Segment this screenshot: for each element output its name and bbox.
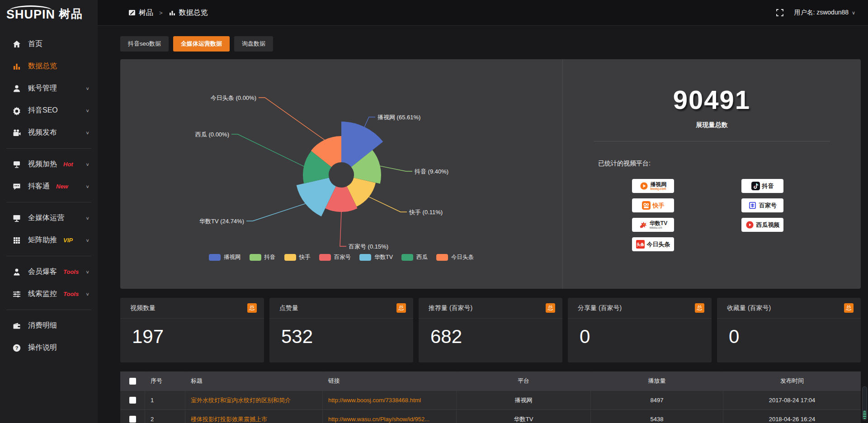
sidebar-item-label: 消费明细: [28, 321, 57, 330]
legend-item-播视网[interactable]: 播视网: [209, 254, 241, 261]
platform-subtext: boosj.com: [651, 187, 666, 190]
cell-time: 2017-08-24 17:04: [723, 390, 861, 409]
sidebar-item-会员爆客[interactable]: 会员爆客Tools∨: [0, 261, 98, 283]
platform-name: 华数TV: [650, 221, 667, 226]
sidebar-item-全媒体运营[interactable]: 全媒体运营∨: [0, 207, 98, 229]
breadcrumb-label: 数据总览: [179, 8, 208, 18]
stat-card-推荐量 (百家号): 推荐量 (百家号)总682: [419, 298, 562, 362]
svg-text:头条: 头条: [636, 242, 644, 247]
sidebar-item-账号管理[interactable]: 账号管理∨: [0, 77, 98, 99]
stat-card-点赞量: 点赞量总532: [269, 298, 413, 362]
sidebar-item-首页[interactable]: 首页: [0, 33, 98, 55]
stat-card-title: 分享量 (百家号): [578, 304, 622, 312]
username-menu[interactable]: 用户名: zswodun88 ∨: [794, 9, 855, 17]
legend-item-华数TV[interactable]: 华数TV: [359, 254, 393, 261]
sidebar-item-消费明细[interactable]: 消费明细: [0, 315, 98, 337]
legend-item-快手[interactable]: 快手: [284, 254, 311, 261]
pie-label-line: [340, 212, 346, 246]
platform-badge-今日头条: 头条今日头条: [632, 237, 674, 251]
column-header-标题: 标题: [185, 371, 323, 390]
data-tabs: 抖音seo数据全媒体运营数据询盘数据: [120, 36, 861, 52]
legend-swatch: [250, 254, 261, 261]
column-header-发布时间: 发布时间: [723, 371, 861, 390]
sidebar-item-线索监控[interactable]: 线索监控Tools∨: [0, 283, 98, 305]
stat-cards-row: 视频数量总197点赞量总532推荐量 (百家号)总682分享量 (百家号)总0收…: [120, 298, 861, 362]
chat-icon: [12, 182, 21, 191]
sidebar-item-视频加热[interactable]: 视频加热Hot∨: [0, 153, 98, 175]
chart-legend: 播视网抖音快手百家号华数TV西瓜今日头条: [120, 254, 562, 261]
cell-text: 2018-04-26 16:24: [769, 416, 816, 423]
legend-item-今日头条[interactable]: 今日头条: [436, 254, 474, 261]
stat-card-value: 197: [132, 326, 264, 348]
legend-label: 百家号: [334, 254, 351, 261]
home-icon: [12, 40, 21, 49]
sidebar-item-label: 操作说明: [28, 343, 57, 352]
sidebar: SHUPIN 树品 首页数据总览账号管理∨抖音SEO∨视频发布∨视频加热Hot∨…: [0, 0, 98, 423]
select-all-checkbox[interactable]: [129, 378, 136, 385]
summary-divider: [594, 141, 830, 141]
sidebar-item-label: 线索监控: [28, 289, 57, 299]
sidebar-menu: 首页数据总览账号管理∨抖音SEO∨视频发布∨视频加热Hot∨抖客通New∨全媒体…: [0, 26, 98, 359]
platform-badge-播视网: 播视网boosj.com: [632, 179, 674, 193]
legend-swatch: [284, 254, 296, 261]
wasu-logo-icon: [639, 221, 647, 229]
platform-badge-华数TV: 华数TVwasu.cn: [632, 218, 674, 232]
video-title-link[interactable]: 楼体投影灯投影效果震撼上市: [191, 415, 267, 423]
logo-arc-decoration: [9, 5, 52, 11]
sidebar-item-视频发布[interactable]: 视频发布∨: [0, 122, 98, 144]
cell-no: 2: [145, 409, 185, 423]
platform-name: 播视网: [651, 182, 667, 188]
sidebar-item-操作说明[interactable]: ?操作说明: [0, 337, 98, 359]
breadcrumb-item[interactable]: 树品: [128, 8, 153, 18]
pie-label-line: [231, 134, 304, 166]
cell-text: 5438: [651, 416, 664, 423]
legend-item-西瓜[interactable]: 西瓜: [401, 254, 428, 261]
breadcrumb: 树品>数据总览: [128, 8, 208, 18]
table-row: 2楼体投影灯投影效果震撼上市http://www.wasu.cn/Play/sh…: [120, 409, 861, 423]
tab-抖音seo数据[interactable]: 抖音seo数据: [120, 36, 169, 52]
sidebar-item-数据总览[interactable]: 数据总览: [0, 55, 98, 77]
tab-全媒体运营数据[interactable]: 全媒体运营数据: [173, 36, 230, 52]
cell-text: 播视网: [515, 396, 533, 404]
sidebar-item-矩阵助推[interactable]: 矩阵助推VIP∨: [0, 229, 98, 251]
cell-text: 2017-08-24 17:04: [769, 397, 816, 404]
video-link[interactable]: http://www.wasu.cn/Play/show/id/952...: [328, 416, 429, 423]
sidebar-item-抖客通[interactable]: 抖客通New∨: [0, 175, 98, 197]
legend-item-百家号[interactable]: 百家号: [319, 254, 351, 261]
cell-link: http://www.wasu.cn/Play/show/id/952...: [323, 409, 457, 423]
topbar: 树品>数据总览 用户名: zswodun88 ∨: [98, 0, 868, 26]
sidebar-badge-Hot: Hot: [63, 161, 73, 168]
column-header-label: 平台: [518, 377, 529, 385]
page-scrollbar[interactable]: [862, 386, 867, 420]
column-header-序号: 序号: [145, 371, 185, 390]
heat-icon: [12, 160, 21, 169]
pie-slice-华数TV[interactable]: [297, 178, 336, 216]
pie-label-西瓜: 西瓜 (0.00%): [195, 131, 229, 138]
stat-card-title: 点赞量: [279, 304, 298, 312]
row-checkbox[interactable]: [129, 416, 136, 423]
username-label: 用户名: zswodun88: [794, 9, 849, 16]
video-title-link[interactable]: 室外水纹灯和室内水纹灯的区别和简介: [191, 396, 291, 404]
video-link[interactable]: http://www.boosj.com/7338468.html: [328, 397, 421, 404]
legend-item-抖音[interactable]: 抖音: [250, 254, 276, 261]
boosj-logo-icon: [640, 182, 648, 190]
baijiahao-logo-icon: [748, 201, 757, 210]
row-checkbox[interactable]: [129, 397, 136, 404]
sidebar-badge-Tools: Tools: [63, 268, 79, 275]
cell-title: 室外水纹灯和室内水纹灯的区别和简介: [185, 390, 323, 409]
video-icon: [12, 128, 21, 137]
chevron-down-icon: ∨: [85, 216, 90, 221]
total-badge: 总: [695, 303, 704, 313]
sidebar-item-抖音SEO[interactable]: 抖音SEO∨: [0, 99, 98, 122]
tab-询盘数据[interactable]: 询盘数据: [234, 36, 273, 52]
breadcrumb-separator: >: [159, 9, 163, 16]
chevron-down-icon: ∨: [85, 86, 90, 91]
breadcrumb-item[interactable]: 数据总览: [169, 8, 208, 18]
platform-name: 西瓜视频: [756, 221, 780, 229]
fullscreen-icon[interactable]: [776, 9, 784, 17]
table-row: 1室外水纹灯和室内水纹灯的区别和简介http://www.boosj.com/7…: [120, 390, 861, 409]
column-header-label: 播放量: [648, 377, 666, 385]
cell-views: 8497: [591, 390, 723, 409]
legend-swatch: [436, 254, 448, 261]
chevron-down-icon: ∨: [85, 269, 90, 274]
